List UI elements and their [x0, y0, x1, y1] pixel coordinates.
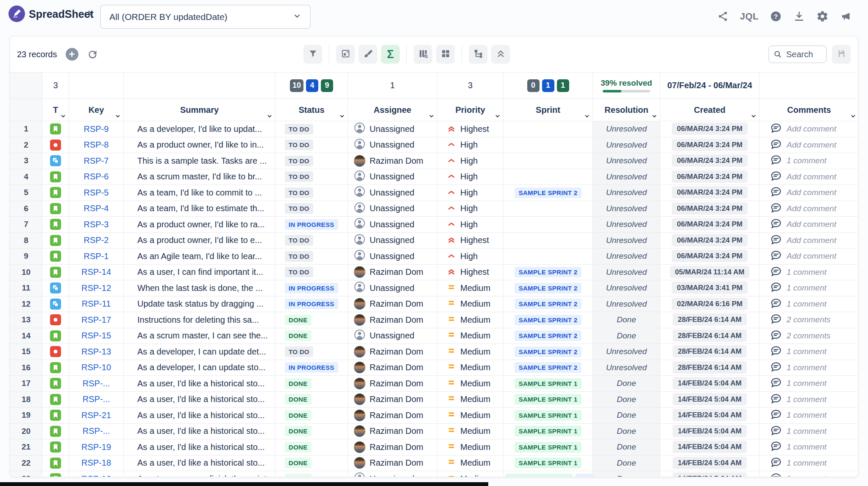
cell-key[interactable]: RSP-6: [69, 169, 124, 185]
cell-created[interactable]: 06/MAR/24 3:24 PM: [660, 217, 760, 233]
status-pill[interactable]: DONE: [285, 426, 312, 436]
row-number[interactable]: 7: [10, 217, 42, 233]
aggregate-key-cell[interactable]: [69, 73, 124, 99]
row-number[interactable]: 15: [10, 344, 42, 360]
issue-key-link[interactable]: RSP-...: [83, 394, 110, 404]
sort-chevron-icon[interactable]: [339, 113, 345, 119]
row-number[interactable]: 19: [10, 408, 42, 424]
row-number[interactable]: 18: [10, 392, 42, 408]
cell-assignee[interactable]: Raziman Dom: [348, 376, 437, 392]
cell-created[interactable]: 06/MAR/24 3:24 PM: [660, 137, 760, 154]
sort-chevron-icon[interactable]: [850, 113, 856, 119]
cell-comments[interactable]: 1 comment: [760, 344, 858, 360]
cell-assignee[interactable]: Raziman Dom: [348, 424, 437, 440]
cell-key[interactable]: RSP-12: [69, 280, 124, 296]
cell-created[interactable]: 06/MAR/24 3:24 PM: [660, 233, 760, 249]
sort-chevron-icon[interactable]: [584, 113, 590, 119]
cell-comments[interactable]: 1 comment: [760, 153, 858, 169]
cell-key[interactable]: RSP-19: [69, 439, 124, 455]
cell-resolution[interactable]: Unresolved: [593, 265, 660, 281]
cell-sprint[interactable]: SAMPLE SPRINT 2: [504, 265, 593, 281]
cell-assignee[interactable]: Raziman Dom: [348, 455, 437, 472]
sprint-count-badge[interactable]: 0: [527, 79, 540, 92]
cell-priority[interactable]: High: [437, 201, 504, 217]
cell-summary[interactable]: As a team, I'd like to commit to ...: [124, 185, 275, 201]
sort-chevron-icon[interactable]: [60, 113, 66, 119]
issue-key-link[interactable]: RSP-18: [81, 458, 111, 467]
cell-status[interactable]: DONE: [275, 392, 348, 408]
sprint-pill[interactable]: SAMPLE SPRINT 1: [515, 426, 582, 436]
cell-key[interactable]: RSP-...: [69, 424, 124, 440]
sprint-count-badge[interactable]: 1: [557, 79, 569, 92]
cell-assignee[interactable]: Unassigned: [348, 280, 437, 296]
cell-created[interactable]: 06/MAR/24 3:24 PM: [660, 121, 760, 137]
cell-issue-type[interactable]: [42, 424, 69, 440]
column-header-key[interactable]: Key: [69, 99, 124, 121]
status-count-badge[interactable]: 10: [290, 79, 303, 92]
issue-key-link[interactable]: RSP-...: [83, 426, 110, 436]
cell-issue-type[interactable]: [42, 471, 69, 477]
cell-issue-type[interactable]: [42, 169, 69, 185]
cell-assignee[interactable]: Raziman Dom: [348, 312, 437, 328]
sprint-pill[interactable]: SAMPLE SPRINT 2: [515, 299, 582, 309]
cell-created[interactable]: 02/MAR/24 6:16 PM: [660, 296, 760, 313]
cell-resolution[interactable]: Done: [593, 312, 660, 328]
cell-key[interactable]: RSP-14: [69, 265, 124, 281]
help-icon[interactable]: ?: [770, 10, 782, 22]
column-header-status[interactable]: Status: [275, 99, 348, 121]
issue-key-link[interactable]: RSP-6: [84, 172, 109, 181]
cell-key[interactable]: RSP-...: [69, 376, 124, 392]
cell-issue-type[interactable]: [42, 153, 69, 169]
cell-sprint[interactable]: SAMPLE SPRINT 1: [504, 376, 593, 392]
cell-sprint[interactable]: [504, 201, 593, 217]
status-pill[interactable]: TO DO: [285, 124, 313, 134]
issue-key-link[interactable]: RSP-8: [84, 140, 109, 149]
row-number[interactable]: 5: [10, 185, 42, 201]
issue-key-link[interactable]: RSP-7: [84, 156, 109, 165]
cell-status[interactable]: DONE: [275, 471, 348, 477]
cell-summary[interactable]: As a product owner, I'd like to in...: [124, 137, 275, 154]
row-number[interactable]: 2: [10, 137, 42, 154]
cell-status[interactable]: IN PROGRESS: [275, 280, 348, 296]
cell-issue-type[interactable]: [42, 408, 69, 424]
cell-key[interactable]: RSP-16: [69, 471, 124, 477]
cell-summary[interactable]: As a user, I'd like a historical sto...: [124, 455, 275, 472]
aggregate-type-count[interactable]: 3: [43, 81, 68, 90]
cell-key[interactable]: RSP-7: [69, 153, 124, 169]
cell-key[interactable]: RSP-4: [69, 201, 124, 217]
cell-assignee[interactable]: Unassigned: [348, 137, 437, 154]
cell-comments[interactable]: 1 comment: [760, 439, 858, 455]
aggregate-comments-cell[interactable]: [760, 73, 858, 99]
cell-status[interactable]: TO DO: [275, 169, 348, 185]
filter-button[interactable]: [303, 45, 322, 64]
cell-assignee[interactable]: Raziman Dom: [348, 439, 437, 455]
aggregate-sprint-cell[interactable]: 011: [504, 73, 593, 99]
add-record-button[interactable]: +: [66, 48, 78, 61]
cell-issue-type[interactable]: [42, 233, 69, 249]
cell-status[interactable]: TO DO: [275, 233, 348, 249]
cell-comments[interactable]: 1 comment: [760, 408, 858, 424]
cell-key[interactable]: RSP-10: [69, 360, 124, 376]
cell-summary[interactable]: As a scrum master, I'd like to br...: [124, 169, 275, 185]
cell-status[interactable]: TO DO: [275, 185, 348, 201]
cell-summary[interactable]: As a user, I can find important it...: [124, 265, 275, 281]
cell-summary[interactable]: As a user, I'd like a historical sto...: [124, 408, 275, 424]
status-pill[interactable]: DONE: [285, 410, 312, 421]
sort-chevron-icon[interactable]: [428, 113, 434, 119]
cell-status[interactable]: DONE: [275, 328, 348, 344]
cell-sprint[interactable]: [504, 249, 593, 265]
cell-priority[interactable]: Medium: [437, 312, 504, 328]
cell-resolution[interactable]: Unresolved: [593, 233, 660, 249]
cell-assignee[interactable]: Unassigned: [348, 328, 437, 344]
row-number[interactable]: 1: [10, 121, 42, 137]
sort-chevron-icon[interactable]: [267, 113, 273, 119]
cell-issue-type[interactable]: [42, 265, 69, 281]
cell-priority[interactable]: Medium: [437, 471, 504, 477]
cell-priority[interactable]: High: [437, 137, 504, 154]
row-number[interactable]: 10: [10, 265, 42, 281]
cell-status[interactable]: DONE: [275, 424, 348, 440]
cell-summary[interactable]: When the last task is done, the ...: [124, 280, 275, 296]
paintbrush-button[interactable]: [359, 45, 377, 64]
cell-summary[interactable]: Update task status by dragging ...: [124, 296, 275, 313]
status-pill[interactable]: TO DO: [285, 187, 313, 198]
